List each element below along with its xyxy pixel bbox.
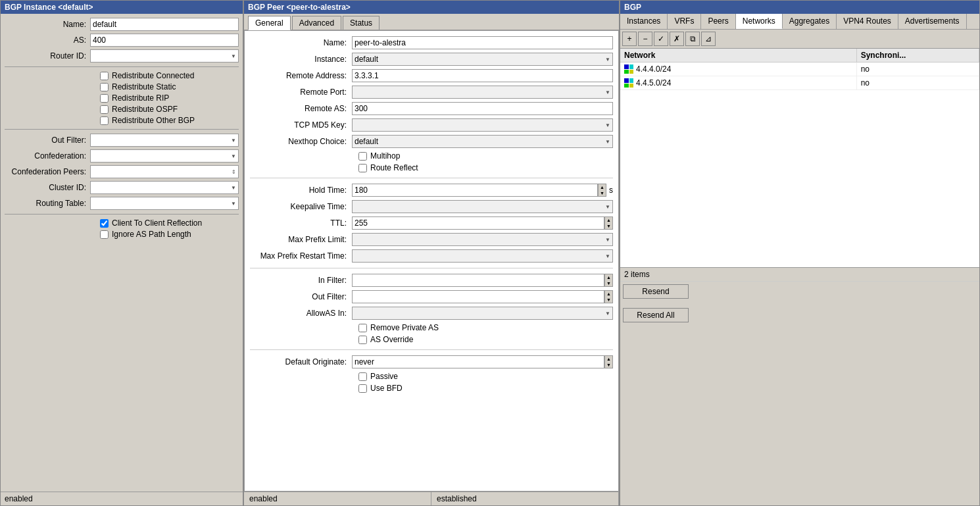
in-filter-up-icon[interactable]: ▲ bbox=[605, 274, 612, 280]
resend-all-button[interactable]: Resend All bbox=[623, 308, 689, 322]
remote-address-row: Remote Address: bbox=[250, 69, 613, 82]
peer-out-filter-down-icon[interactable]: ▼ bbox=[605, 297, 612, 303]
hold-time-up-icon[interactable]: ▲ bbox=[599, 184, 606, 190]
default-originate-spinner[interactable]: ▲ ▼ bbox=[604, 355, 613, 368]
confederation-row: Confederation: ▼ bbox=[5, 149, 239, 163]
tab-peers[interactable]: Peers bbox=[701, 14, 735, 29]
client-reflection-row: Client To Client Reflection bbox=[5, 218, 239, 228]
redistribute-ospf-checkbox[interactable] bbox=[100, 105, 109, 114]
remove-private-as-checkbox[interactable] bbox=[358, 324, 367, 332]
resend-button[interactable]: Resend bbox=[623, 284, 689, 299]
left-status-text: enabled bbox=[5, 494, 33, 503]
nexthop-dropdown[interactable]: default ▼ bbox=[352, 135, 613, 148]
tab-instances[interactable]: Instances bbox=[620, 14, 668, 29]
tab-vpn4-routes[interactable]: VPN4 Routes bbox=[837, 14, 898, 29]
mid-panel-title: BGP Peer <peer-to-alestra> bbox=[244, 1, 619, 14]
tab-general[interactable]: General bbox=[248, 16, 291, 30]
route-reflect-label: Route Reflect bbox=[370, 163, 418, 172]
cluster-id-dropdown[interactable]: ▼ bbox=[90, 181, 239, 194]
routing-table-dropdown[interactable]: ▼ bbox=[90, 197, 239, 210]
ttl-spinner[interactable]: ▲ ▼ bbox=[604, 216, 613, 230]
remote-as-input[interactable] bbox=[352, 102, 613, 115]
out-filter-dropdown[interactable]: ▼ bbox=[90, 134, 239, 147]
table-row[interactable]: 4.4.5.0/24 no bbox=[620, 76, 979, 90]
tab-networks[interactable]: Networks bbox=[736, 14, 783, 29]
tab-advertisements[interactable]: Advertisements bbox=[898, 14, 967, 29]
redistribute-other-bgp-checkbox[interactable] bbox=[100, 116, 109, 125]
hold-time-spinner[interactable]: ▲ ▼ bbox=[598, 184, 606, 197]
add-button[interactable]: + bbox=[622, 32, 637, 46]
max-prefix-arrow-icon: ▼ bbox=[605, 237, 610, 243]
confederation-peers-arrow-icon: ⇕ bbox=[232, 169, 236, 175]
tcp-md5-dropdown[interactable]: ▼ bbox=[352, 118, 613, 132]
tab-advanced[interactable]: Advanced bbox=[292, 16, 341, 30]
divider-3 bbox=[5, 214, 239, 215]
remote-address-input[interactable] bbox=[352, 69, 613, 82]
cross-button[interactable]: ✗ bbox=[670, 32, 684, 46]
redistribute-other-bgp-label: Redistribute Other BGP bbox=[112, 116, 195, 125]
in-filter-spinner[interactable]: ▲ ▼ bbox=[604, 274, 613, 287]
peer-instance-dropdown[interactable]: default ▼ bbox=[352, 53, 613, 66]
use-bfd-label: Use BFD bbox=[370, 384, 403, 393]
tab-vrfs[interactable]: VRFs bbox=[668, 14, 701, 29]
peer-out-filter-up-icon[interactable]: ▲ bbox=[605, 291, 612, 297]
default-originate-up-icon[interactable]: ▲ bbox=[605, 356, 612, 362]
redistribute-connected-label: Redistribute Connected bbox=[112, 71, 194, 80]
redistribute-static-checkbox[interactable] bbox=[100, 83, 109, 91]
table-row[interactable]: 4.4.4.0/24 no bbox=[620, 63, 979, 76]
max-prefix-row: Max Prefix Limit: ▼ bbox=[250, 233, 613, 246]
redistribute-connected-checkbox[interactable] bbox=[100, 72, 109, 80]
tab-aggregates[interactable]: Aggregates bbox=[783, 14, 837, 29]
default-originate-input[interactable] bbox=[352, 355, 604, 368]
allowas-arrow-icon: ▼ bbox=[605, 311, 610, 316]
ignore-as-path-checkbox[interactable] bbox=[100, 230, 109, 239]
mid-status-bar: enabled established bbox=[244, 492, 619, 505]
peer-name-input[interactable] bbox=[352, 36, 613, 49]
remote-port-dropdown[interactable]: ▼ bbox=[352, 86, 613, 99]
bgp-right-panel: BGP Instances VRFs Peers Networks Aggreg… bbox=[620, 0, 980, 506]
remote-port-arrow-icon: ▼ bbox=[605, 89, 610, 95]
copy-button[interactable]: ⧉ bbox=[685, 32, 700, 46]
peer-out-filter-spinner[interactable]: ▲ ▼ bbox=[604, 290, 613, 303]
client-reflection-checkbox[interactable] bbox=[100, 219, 109, 228]
remote-as-label: Remote AS: bbox=[250, 104, 352, 113]
tab-status[interactable]: Status bbox=[343, 16, 380, 30]
peer-instance-row: Instance: default ▼ bbox=[250, 53, 613, 66]
filter-button[interactable]: ⊿ bbox=[701, 32, 716, 46]
hold-time-label: Hold Time: bbox=[250, 186, 352, 195]
ttl-up-icon[interactable]: ▲ bbox=[605, 217, 612, 223]
passive-checkbox[interactable] bbox=[358, 372, 367, 381]
confederation-peers-dropdown[interactable]: ⇕ bbox=[90, 165, 239, 178]
redistribute-rip-checkbox[interactable] bbox=[100, 94, 109, 103]
default-originate-down-icon[interactable]: ▼ bbox=[605, 362, 612, 368]
hold-time-down-icon[interactable]: ▼ bbox=[599, 190, 606, 196]
ttl-input[interactable] bbox=[352, 216, 604, 230]
ttl-down-icon[interactable]: ▼ bbox=[605, 223, 612, 229]
ni-green-1 bbox=[624, 70, 629, 74]
ni-cyan-1 bbox=[629, 64, 634, 69]
keepalive-dropdown[interactable]: ▼ bbox=[352, 200, 613, 213]
as-override-row: AS Override bbox=[250, 335, 613, 344]
use-bfd-checkbox[interactable] bbox=[358, 384, 367, 393]
redistribute-rip-label: Redistribute RIP bbox=[112, 93, 169, 103]
in-filter-down-icon[interactable]: ▼ bbox=[605, 280, 612, 286]
remove-button[interactable]: − bbox=[638, 32, 652, 46]
peer-out-filter-input[interactable] bbox=[352, 290, 604, 303]
in-filter-input[interactable] bbox=[352, 274, 604, 287]
left-panel-title: BGP Instance <default> bbox=[1, 1, 243, 14]
multihop-checkbox[interactable] bbox=[358, 152, 367, 161]
out-filter-label: Out Filter: bbox=[5, 136, 90, 145]
max-prefix-restart-dropdown[interactable]: ▼ bbox=[352, 249, 613, 263]
route-reflect-checkbox[interactable] bbox=[358, 164, 367, 172]
allowas-dropdown[interactable]: ▼ bbox=[352, 307, 613, 320]
name-input[interactable] bbox=[90, 18, 239, 31]
router-id-row: Router ID: ▼ bbox=[5, 49, 239, 63]
confederation-dropdown[interactable]: ▼ bbox=[90, 149, 239, 163]
as-input[interactable] bbox=[90, 34, 239, 47]
router-id-dropdown[interactable]: ▼ bbox=[90, 49, 239, 63]
hold-time-input[interactable] bbox=[352, 184, 598, 197]
max-prefix-restart-label: Max Prefix Restart Time: bbox=[250, 251, 352, 261]
check-button[interactable]: ✓ bbox=[654, 32, 668, 46]
max-prefix-dropdown[interactable]: ▼ bbox=[352, 233, 613, 246]
as-override-checkbox[interactable] bbox=[358, 336, 367, 344]
